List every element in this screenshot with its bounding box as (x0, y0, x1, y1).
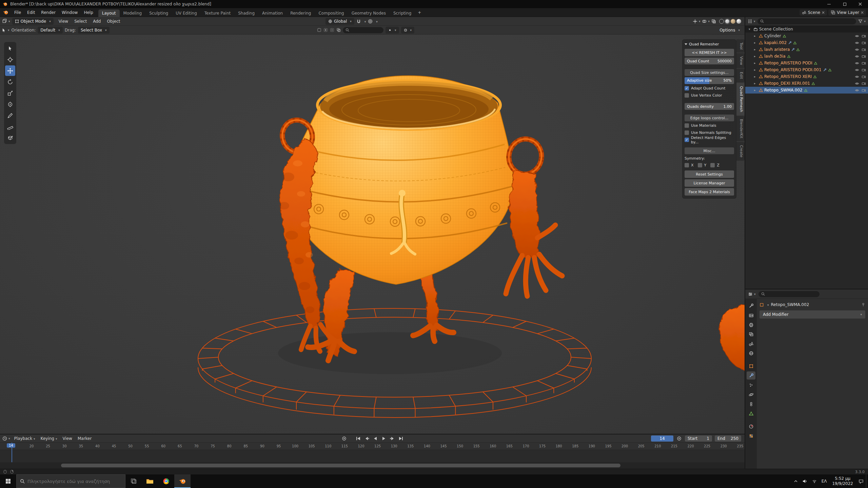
tab-tool[interactable]: Tool (736, 39, 745, 53)
pin-icon[interactable] (861, 303, 865, 307)
quad-size-settings-button[interactable]: Quad Size settings... (685, 69, 734, 76)
auto-keying-toggle[interactable] (342, 436, 347, 441)
tab-modifiers[interactable] (747, 371, 755, 380)
expand-icon[interactable]: ▸ (754, 41, 757, 44)
menu-marker[interactable]: Marker (75, 436, 94, 441)
misc-button[interactable]: Misc... (685, 147, 734, 154)
outliner-root-collection[interactable]: ▾ Scene Collection (745, 26, 868, 33)
scene-selector[interactable]: Scene (800, 9, 827, 16)
workspace-tab-geometry-nodes[interactable]: Geometry Nodes (348, 9, 390, 17)
wireframe-shading-icon[interactable] (719, 19, 724, 24)
expand-icon[interactable]: ▸ (754, 55, 757, 58)
tab-constraints[interactable] (747, 400, 755, 408)
end-frame-field[interactable]: End 250 (715, 435, 741, 442)
transform-tool[interactable] (5, 99, 15, 109)
rotate-tool[interactable] (5, 77, 15, 87)
editor-type-icon[interactable] (748, 292, 756, 297)
select-subtract-icon[interactable] (330, 28, 334, 32)
tab-object-data[interactable] (747, 409, 755, 418)
select-box-tool[interactable] (5, 43, 15, 54)
visibility-eye-icon[interactable] (855, 54, 859, 59)
volume-icon[interactable] (800, 474, 810, 488)
symmetry-z-checkbox[interactable]: Z (710, 162, 719, 168)
tab-view[interactable]: View (736, 53, 745, 68)
render-visibility-icon[interactable] (862, 47, 866, 52)
tab-output[interactable] (747, 321, 755, 329)
outliner-item[interactable]: ▸lavh aristera (745, 46, 868, 53)
workspace-tab-layout[interactable]: Layout (98, 9, 120, 17)
expand-icon[interactable]: ▸ (754, 68, 757, 72)
start-button[interactable] (0, 474, 16, 488)
prev-keyframe-button[interactable] (363, 435, 371, 442)
outliner-item[interactable]: ▸lavh de3ia (745, 53, 868, 60)
transform-orientation-select[interactable]: Global (326, 18, 354, 25)
render-visibility-icon[interactable] (862, 41, 866, 45)
tab-texture[interactable] (747, 432, 755, 440)
visibility-eye-icon[interactable] (855, 47, 859, 52)
tab-render[interactable] (747, 311, 755, 319)
remesh-button[interactable]: << REMESH IT >> (685, 49, 734, 56)
add-modifier-button[interactable]: Add Modifier (760, 310, 865, 319)
3d-viewport[interactable]: Quad Remesher << REMESH IT >> Quad Count… (0, 35, 745, 434)
add-workspace-button[interactable]: + (415, 9, 424, 16)
tab-scene[interactable] (747, 340, 755, 348)
orientation-select[interactable]: Default (38, 27, 62, 34)
viewport-search-input[interactable] (343, 27, 383, 33)
editor-type-icon[interactable] (2, 19, 10, 24)
add-cube-tool[interactable] (5, 133, 15, 143)
workspace-tab-shading[interactable]: Shading (234, 9, 258, 17)
adapt-quad-count-checkbox[interactable]: Adapt Quad Count (685, 85, 734, 91)
editor-type-icon[interactable] (748, 19, 755, 24)
language-indicator[interactable]: ΕΛ (819, 474, 829, 488)
use-materials-checkbox[interactable]: Use Materials (685, 123, 734, 128)
outliner-item[interactable]: ▸Retopo_ARISTERO XERI (745, 73, 868, 80)
show-gizmo-icon[interactable] (693, 19, 701, 24)
tab-tool[interactable] (747, 302, 755, 310)
play-reverse-button[interactable] (372, 435, 379, 442)
license-manager-button[interactable]: License Manager (685, 179, 734, 187)
start-frame-field[interactable]: Start 1 (685, 435, 712, 442)
unlink-icon[interactable] (822, 11, 825, 14)
select-intersect-icon[interactable] (336, 28, 341, 32)
properties-search-input[interactable] (758, 291, 820, 297)
tab-material[interactable] (747, 422, 755, 430)
tab-quad-remesh[interactable]: Quad Remesh (736, 83, 745, 115)
expand-icon[interactable]: ▾ (749, 27, 752, 31)
cursor-tool[interactable] (5, 54, 15, 65)
render-visibility-icon[interactable] (862, 54, 866, 59)
playhead[interactable]: 14 (7, 443, 15, 448)
taskbar-search[interactable] (16, 474, 125, 488)
timeline-tracks[interactable] (0, 450, 745, 462)
show-desktop-button[interactable] (866, 474, 868, 488)
use-vertex-color-checkbox[interactable]: Use Vertex Color (685, 93, 734, 98)
select-new-icon[interactable] (317, 28, 321, 32)
current-frame-field[interactable]: 14 (651, 435, 673, 442)
scale-tool[interactable] (5, 88, 15, 98)
options-dropdown[interactable]: Options (717, 27, 743, 34)
workspace-tab-modeling[interactable]: Modeling (120, 9, 146, 17)
proportional-edit-dropdown[interactable] (375, 19, 378, 24)
measure-tool[interactable] (5, 121, 15, 132)
drag-select[interactable]: Select Box (78, 27, 110, 34)
tray-expand-icon[interactable] (791, 474, 800, 488)
workspace-tab-sculpting[interactable]: Sculpting (145, 9, 172, 17)
symmetry-x-checkbox[interactable]: X (685, 162, 694, 168)
keying-set-icon[interactable] (677, 436, 682, 441)
expand-icon[interactable]: ▸ (754, 61, 757, 65)
timeline-scrollbar[interactable] (61, 464, 620, 467)
render-visibility-icon[interactable] (862, 68, 866, 72)
snap-target-select[interactable] (386, 27, 399, 34)
annotate-tool[interactable] (5, 110, 15, 121)
maximize-button[interactable] (837, 0, 852, 8)
jump-to-end-button[interactable] (397, 435, 405, 442)
tab-object[interactable] (747, 362, 755, 370)
panel-header[interactable]: Quad Remesher (685, 41, 734, 47)
outliner-item[interactable]: ▸Retopo_ARISTERO PODI.001 (745, 66, 868, 73)
visibility-eye-icon[interactable] (855, 41, 859, 45)
workspace-tab-compositing[interactable]: Compositing (315, 9, 348, 17)
select-extend-icon[interactable] (323, 28, 328, 32)
adaptive-size-slider[interactable]: Adaptive size 50% (685, 77, 734, 84)
menu-render[interactable]: Render (38, 10, 59, 15)
workspace-tab-scripting[interactable]: Scripting (390, 9, 415, 17)
chrome-icon[interactable] (158, 474, 174, 488)
